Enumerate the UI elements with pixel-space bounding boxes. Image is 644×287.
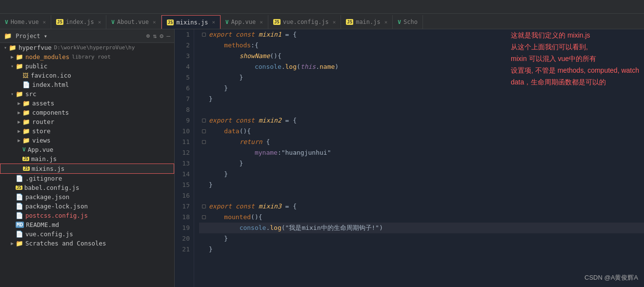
line-number: 21 xyxy=(175,244,190,255)
tree-item-favicon[interactable]: 🖼 favicon.ico xyxy=(0,71,174,80)
tree-sublabel: library root xyxy=(72,54,110,60)
gutter-col xyxy=(199,33,209,37)
tab-about[interactable]: V About.vue × xyxy=(106,15,161,29)
line-number: 18 xyxy=(175,212,190,223)
tree-item-components[interactable]: ▶ 📁 components xyxy=(0,108,174,117)
line-number: 1 xyxy=(175,29,190,40)
tree-label: .gitignore xyxy=(25,175,62,182)
code-content: export const mixin3 = { xyxy=(209,201,297,212)
code-line: methods:{ xyxy=(199,40,644,51)
line-number: 17 xyxy=(175,201,190,212)
minimize-icon[interactable]: — xyxy=(166,32,170,40)
tab-mixins-label: mixins.js xyxy=(176,19,208,26)
code-line: mounted(){ xyxy=(199,212,644,223)
tab-app-label: App.vue xyxy=(231,19,256,25)
file-icon: MD xyxy=(16,222,24,228)
tab-index-close[interactable]: × xyxy=(98,19,101,25)
folder-icon: 📁 xyxy=(22,100,30,107)
tab-home-label: Home.vue xyxy=(11,19,39,25)
tree-item-packagejson[interactable]: 📄 package.json xyxy=(0,192,174,202)
tab-home[interactable]: V Home.vue × xyxy=(0,15,51,29)
arrow-icon: ▾ xyxy=(2,45,9,50)
folder-icon: 📁 xyxy=(9,44,17,51)
tree-item-src[interactable]: ▾ 📁 src xyxy=(0,89,174,99)
gutter-mark xyxy=(202,33,206,37)
tree-item-babelconfig[interactable]: JS babel.config.js xyxy=(0,183,174,192)
vue-icon: V xyxy=(5,19,8,25)
tree-item-node-modules[interactable]: ▶ 📁 node_modules library root xyxy=(0,52,174,62)
code-content: return { xyxy=(209,137,270,147)
line-number: 19 xyxy=(175,223,190,233)
code-content: showName(){ xyxy=(209,51,282,62)
folder-icon: 📁 xyxy=(16,90,23,98)
tab-vueconfig-close[interactable]: × xyxy=(333,19,336,25)
tree-item-appvue[interactable]: V App.vue xyxy=(0,145,174,154)
line-number: 14 xyxy=(175,169,190,180)
code-content xyxy=(209,190,213,201)
code-area[interactable]: export const mixin1 = { methods:{ showNa… xyxy=(194,29,644,287)
code-line: export const mixin2 = { xyxy=(199,115,644,126)
line-number: 2 xyxy=(175,40,190,51)
tab-scho[interactable]: V Scho xyxy=(393,15,423,29)
tree-item-public[interactable]: ▾ 📁 public xyxy=(0,62,174,71)
code-content: methods:{ xyxy=(209,40,259,51)
folder-icon: 📁 xyxy=(22,109,30,116)
tree-item-vueconfig[interactable]: 📄 vue.config.js xyxy=(0,229,174,239)
tab-main-close[interactable]: × xyxy=(384,19,388,25)
tree-item-scratches[interactable]: ▶ 📁 Scratches and Consoles xyxy=(0,239,174,248)
tab-app[interactable]: V App.vue × xyxy=(221,15,268,29)
tree-item-mainjs[interactable]: JS main.js xyxy=(0,154,174,164)
tree-item-packagelockjson[interactable]: 📄 package-lock.json xyxy=(0,202,174,211)
code-editor[interactable]: 123456789101112131415161718192021 export… xyxy=(175,29,644,287)
code-line: } xyxy=(199,72,644,83)
line-number: 13 xyxy=(175,158,190,169)
js-icon: JS xyxy=(16,185,22,190)
gutter-col xyxy=(199,140,209,144)
tree-item-views[interactable]: ▶ 📁 views xyxy=(0,136,174,145)
tab-about-close[interactable]: × xyxy=(153,19,156,25)
code-content: } xyxy=(209,233,228,244)
tab-vueconfig[interactable]: JS vue.config.js × xyxy=(268,15,341,29)
code-line xyxy=(199,190,644,201)
tab-mixins[interactable]: JS mixins.js × xyxy=(161,15,221,29)
settings-icon[interactable]: ⚙ xyxy=(160,32,163,40)
code-line: myname:"huangjunhui" xyxy=(199,147,644,158)
code-line: } xyxy=(199,180,644,190)
tree-item-postcss[interactable]: 📄 postcss.config.js xyxy=(0,211,174,220)
gutter-col xyxy=(199,119,209,123)
tree-label: hyperfvue xyxy=(19,44,52,51)
tab-home-close[interactable]: × xyxy=(42,19,46,25)
tab-app-close[interactable]: × xyxy=(260,19,263,25)
sort-icon[interactable]: ⇅ xyxy=(153,32,157,40)
tree-label: components xyxy=(32,109,69,116)
tree-item-router[interactable]: ▶ 📁 router xyxy=(0,117,174,126)
line-number: 8 xyxy=(175,104,190,115)
tree-label: src xyxy=(25,90,37,98)
line-number: 15 xyxy=(175,180,190,190)
code-content: console.log("我是mixin中的生命周期钩子!") xyxy=(209,223,383,233)
add-icon[interactable]: ⊕ xyxy=(146,32,150,40)
file-icon: 📄 xyxy=(22,81,30,88)
tree-item-gitignore[interactable]: 📄 .gitignore xyxy=(0,174,174,183)
tab-mixins-close[interactable]: × xyxy=(212,19,215,25)
tree-label: main.js xyxy=(31,155,57,163)
tree-item-assets[interactable]: ▶ 📁 assets xyxy=(0,99,174,108)
tab-index[interactable]: JS index.js × xyxy=(51,15,106,29)
arrow-icon: ▶ xyxy=(16,128,22,134)
arrow-icon: ▶ xyxy=(16,138,22,143)
js-icon: JS xyxy=(167,20,174,25)
tree-label: Scratches and Consoles xyxy=(25,240,106,247)
tab-about-label: About.vue xyxy=(117,19,149,25)
tree-item-readme[interactable]: MD README.md xyxy=(0,220,174,229)
tree-item-indexhtml[interactable]: 📄 index.html xyxy=(0,80,174,89)
tab-main[interactable]: JS main.js × xyxy=(341,15,393,29)
tree-item-store[interactable]: ▶ 📁 store xyxy=(0,126,174,136)
code-content: myname:"huangjunhui" xyxy=(209,147,331,158)
line-number: 11 xyxy=(175,137,190,147)
js-icon: JS xyxy=(273,19,281,25)
watermark: CSDN @A黄俊辉A xyxy=(584,272,638,283)
tree-item-mixinsjs[interactable]: JS mixins.js xyxy=(0,164,174,174)
arrow-icon: ▶ xyxy=(16,110,22,115)
tree-item-hyperfvue[interactable]: ▾ 📁 hyperfvue D:\workVue\hyperproVue\hy xyxy=(0,43,174,52)
tab-scho-label: Scho xyxy=(403,19,418,25)
